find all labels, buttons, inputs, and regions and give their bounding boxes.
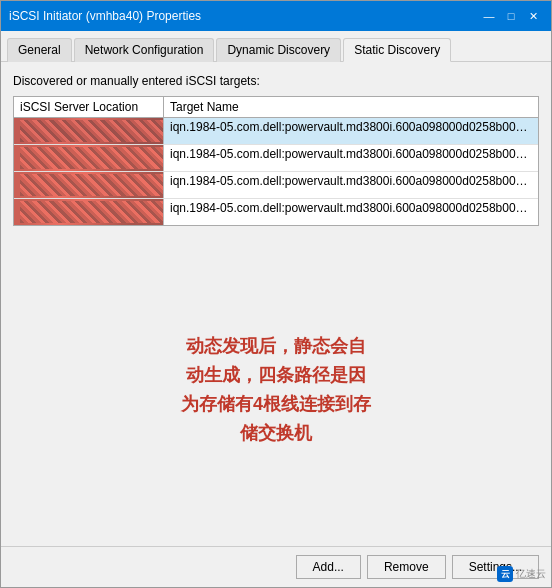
annotation-line2: 动生成，四条路径是因	[181, 361, 371, 390]
table-body: iqn.1984-05.com.dell:powervault.md3800i.…	[14, 118, 538, 225]
target-name-cell: iqn.1984-05.com.dell:powervault.md3800i.…	[164, 145, 538, 171]
server-location-cell	[14, 199, 164, 225]
annotation-text: 动态发现后，静态会自 动生成，四条路径是因 为存储有4根线连接到存 储交换机	[181, 332, 371, 447]
table-header: iSCSI Server Location Target Name	[14, 97, 538, 118]
window: iSCSI Initiator (vmhba40) Properties — □…	[0, 0, 552, 588]
watermark-icon: 云	[497, 566, 513, 582]
tab-general[interactable]: General	[7, 38, 72, 62]
col-target-name: Target Name	[164, 97, 538, 117]
close-button[interactable]: ✕	[523, 7, 543, 25]
remove-button[interactable]: Remove	[367, 555, 446, 579]
title-bar-controls: — □ ✕	[479, 7, 543, 25]
window-title: iSCSI Initiator (vmhba40) Properties	[9, 9, 201, 23]
maximize-button[interactable]: □	[501, 7, 521, 25]
annotation-area: 动态发现后，静态会自 动生成，四条路径是因 为存储有4根线连接到存 储交换机	[13, 246, 539, 534]
minimize-button[interactable]: —	[479, 7, 499, 25]
server-cell-graphic	[20, 174, 164, 196]
annotation-line3: 为存储有4根线连接到存	[181, 390, 371, 419]
title-bar: iSCSI Initiator (vmhba40) Properties — □…	[1, 1, 551, 31]
table-row[interactable]: iqn.1984-05.com.dell:powervault.md3800i.…	[14, 118, 538, 145]
server-location-cell	[14, 145, 164, 171]
server-cell-graphic	[20, 120, 164, 142]
col-server-location: iSCSI Server Location	[14, 97, 164, 117]
table-row[interactable]: iqn.1984-05.com.dell:powervault.md3800i.…	[14, 172, 538, 199]
watermark-text: 亿速云	[516, 567, 546, 581]
tabs-container: General Network Configuration Dynamic Di…	[1, 31, 551, 62]
tab-network-config[interactable]: Network Configuration	[74, 38, 215, 62]
description-text: Discovered or manually entered iSCSI tar…	[13, 74, 539, 88]
add-button[interactable]: Add...	[296, 555, 361, 579]
table-row[interactable]: iqn.1984-05.com.dell:powervault.md3800i.…	[14, 199, 538, 225]
table-row[interactable]: iqn.1984-05.com.dell:powervault.md3800i.…	[14, 145, 538, 172]
target-name-cell: iqn.1984-05.com.dell:powervault.md3800i.…	[164, 199, 538, 225]
annotation-line4: 储交换机	[181, 419, 371, 448]
tab-dynamic-discovery[interactable]: Dynamic Discovery	[216, 38, 341, 62]
watermark: 云 亿速云	[497, 566, 546, 582]
server-location-cell	[14, 118, 164, 144]
bottom-buttons: Add... Remove Settings...	[1, 546, 551, 587]
server-cell-graphic	[20, 201, 164, 223]
tab-static-discovery[interactable]: Static Discovery	[343, 38, 451, 62]
target-name-cell: iqn.1984-05.com.dell:powervault.md3800i.…	[164, 172, 538, 198]
target-name-cell: iqn.1984-05.com.dell:powervault.md3800i.…	[164, 118, 538, 144]
content-area: Discovered or manually entered iSCSI tar…	[1, 62, 551, 546]
server-cell-graphic	[20, 147, 164, 169]
server-location-cell	[14, 172, 164, 198]
annotation-line1: 动态发现后，静态会自	[181, 332, 371, 361]
iscsi-targets-table: iSCSI Server Location Target Name iqn.19…	[13, 96, 539, 226]
